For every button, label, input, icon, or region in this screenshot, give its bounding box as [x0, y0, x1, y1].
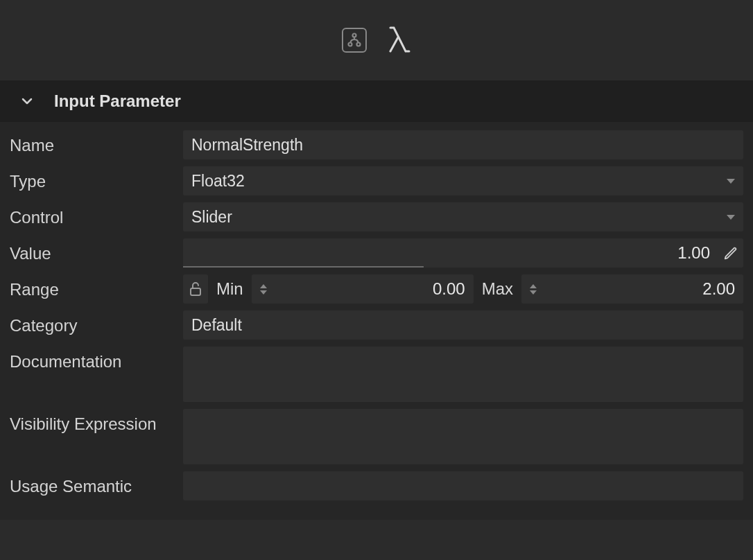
- min-label: Min: [216, 279, 243, 299]
- control-select[interactable]: Slider: [183, 202, 743, 231]
- name-label: Name: [10, 130, 183, 155]
- footer-space: [0, 520, 753, 560]
- value-text: 1.00: [664, 243, 718, 263]
- range-label: Range: [10, 274, 183, 299]
- slider-fill: [183, 266, 424, 268]
- stepper-down-icon[interactable]: [260, 290, 267, 295]
- value-slider[interactable]: 1.00: [183, 238, 743, 268]
- section-title: Input Parameter: [54, 91, 181, 111]
- stepper-up-icon[interactable]: [260, 284, 267, 288]
- usage-label: Usage Semantic: [10, 471, 183, 496]
- edit-value-button[interactable]: [718, 238, 743, 268]
- usage-input[interactable]: [183, 471, 743, 500]
- value-label: Value: [10, 238, 183, 263]
- type-select[interactable]: Float32: [183, 166, 743, 195]
- properties-panel: Name Type Float32 Control Slider Value: [0, 122, 753, 520]
- dropdown-caret-icon: [727, 179, 735, 184]
- dropdown-caret-icon: [727, 215, 735, 220]
- stepper-up-icon[interactable]: [530, 284, 537, 288]
- name-input[interactable]: [183, 130, 743, 159]
- svg-point-0: [353, 34, 356, 37]
- min-input[interactable]: 0.00: [252, 274, 474, 304]
- top-toolbar: [0, 0, 753, 80]
- min-stepper[interactable]: [260, 284, 267, 295]
- documentation-input[interactable]: [183, 347, 743, 402]
- svg-point-1: [349, 43, 352, 46]
- control-value: Slider: [191, 208, 232, 227]
- lambda-icon[interactable]: [386, 25, 411, 55]
- max-label: Max: [482, 279, 513, 299]
- category-input[interactable]: [183, 310, 743, 340]
- max-input[interactable]: 2.00: [521, 274, 743, 304]
- visibility-input[interactable]: [183, 409, 743, 464]
- section-header[interactable]: Input Parameter: [0, 80, 753, 122]
- category-label: Category: [10, 310, 183, 335]
- range-lock-button[interactable]: [183, 274, 208, 304]
- stepper-down-icon[interactable]: [530, 290, 537, 295]
- type-label: Type: [10, 166, 183, 191]
- visibility-label: Visibility Expression: [10, 409, 183, 434]
- documentation-label: Documentation: [10, 347, 183, 371]
- svg-rect-3: [191, 288, 200, 295]
- svg-point-2: [357, 43, 361, 46]
- max-value: 2.00: [542, 279, 735, 299]
- chevron-down-icon: [19, 94, 35, 109]
- type-value: Float32: [191, 172, 245, 191]
- graph-icon[interactable]: [342, 28, 367, 53]
- max-stepper[interactable]: [530, 284, 537, 295]
- min-value: 0.00: [272, 279, 465, 299]
- control-label: Control: [10, 202, 183, 227]
